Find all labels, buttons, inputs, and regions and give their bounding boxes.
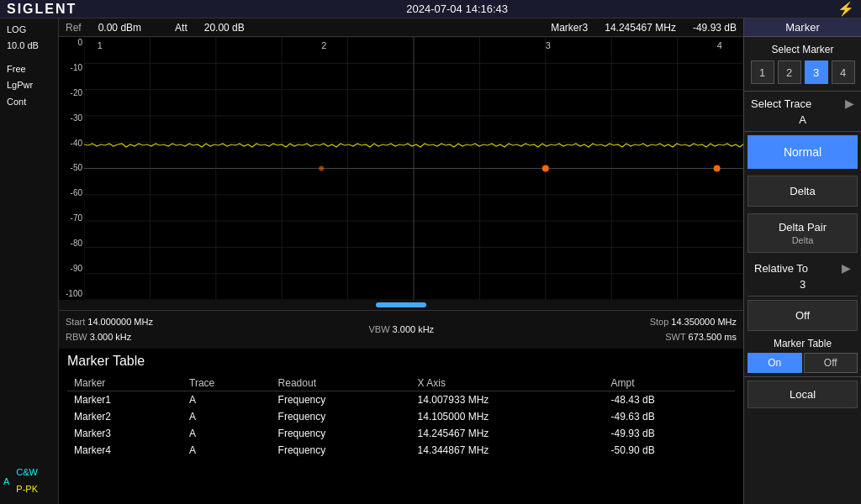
chart-grid: 1 2 3 4 xyxy=(84,37,743,300)
marker-col: Marker3 xyxy=(67,425,182,442)
normal-button[interactable]: Normal xyxy=(747,135,858,169)
right-panel: Marker Select Marker 1 2 3 4 Select Trac… xyxy=(743,18,861,504)
att-value: 20.00 dB xyxy=(204,22,245,34)
marker-table-toggle-label: Marker Table xyxy=(747,338,858,349)
trace-col: A xyxy=(182,442,272,459)
y-label-0: 0 xyxy=(61,39,82,47)
marker-table-title: Marker Table xyxy=(67,354,735,369)
mode-label: LOG xyxy=(3,22,55,38)
marker-table-toggle-row: On Off xyxy=(747,353,858,373)
y-axis: 0 -10 -20 -30 -40 -50 -60 -70 -80 -90 -1… xyxy=(59,37,84,300)
bottom-bar xyxy=(59,300,743,310)
scroll-indicator xyxy=(376,302,426,307)
marker3-freq: 14.245467 MHz xyxy=(605,22,676,34)
col-ampt: Ampt xyxy=(605,375,735,391)
readout-col: Frequency xyxy=(272,442,411,459)
readout-col: Frequency xyxy=(272,408,411,425)
marker-col: Marker1 xyxy=(67,391,182,409)
col-trace: Trace xyxy=(182,375,272,391)
select-trace-label: Select Trace ▶ xyxy=(747,95,858,112)
stop-label: Stop 14.350000 MHz xyxy=(650,316,737,328)
svg-text:3: 3 xyxy=(546,40,551,50)
xaxis-col: 14.007933 MHz xyxy=(411,391,605,409)
marker-table-off-button[interactable]: Off xyxy=(804,353,858,373)
table-row: Marker4 A Frequency 14.344867 MHz -50.90… xyxy=(67,442,735,459)
left-panel: LOG 10.0 dB Free LgPwr Cont A C&W P-PK xyxy=(0,18,59,504)
marker-table-on-button[interactable]: On xyxy=(747,353,802,373)
marker-btn-4[interactable]: 4 xyxy=(832,60,855,84)
col-xaxis: X Axis xyxy=(411,375,605,391)
logo: SIGLENT xyxy=(7,2,77,17)
table-row: Marker1 A Frequency 14.007933 MHz -48.43… xyxy=(67,391,735,409)
col-marker: Marker xyxy=(67,375,182,391)
marker-btn-3[interactable]: 3 xyxy=(805,60,828,84)
trace-col: A xyxy=(182,408,272,425)
y-label-90: -90 xyxy=(61,265,82,273)
relative-to-section: Relative To ▶ 3 xyxy=(747,256,858,297)
ampt-col: -48.43 dB xyxy=(605,391,735,409)
marker3-name: Marker3 xyxy=(551,22,588,34)
readout-col: Frequency xyxy=(272,425,411,442)
ref-value: 0.00 dBm xyxy=(98,22,141,34)
marker4-dot xyxy=(714,165,721,172)
chart-outer: 0 -10 -20 -30 -40 -50 -60 -70 -80 -90 -1… xyxy=(59,37,743,310)
start-label: Start 14.000000 MHz xyxy=(66,316,153,328)
y-label-70: -70 xyxy=(61,214,82,223)
svg-text:4: 4 xyxy=(717,40,722,50)
att-label: Att xyxy=(175,22,188,34)
channel-sub: P-PK xyxy=(13,481,41,497)
relative-to-label: Relative To ▶ xyxy=(751,260,854,276)
y-label-30: -30 xyxy=(61,114,82,123)
marker-btn-2[interactable]: 2 xyxy=(778,60,801,84)
marker-buttons: 1 2 3 4 xyxy=(744,57,861,87)
marker3-dot xyxy=(542,165,549,172)
spectrum-svg: 1 2 3 4 xyxy=(84,37,743,300)
y-label-80: -80 xyxy=(61,239,82,248)
power-label: LgPwr xyxy=(3,77,55,93)
ampt-col: -49.63 dB xyxy=(605,408,735,425)
table-row: Marker3 A Frequency 14.245467 MHz -49.93… xyxy=(67,425,735,442)
trace-col: A xyxy=(182,425,272,442)
marker-table-area: Marker Table Marker Trace Readout X Axis… xyxy=(59,349,743,504)
y-label-50: -50 xyxy=(61,164,82,172)
y-label-10: -10 xyxy=(61,64,82,72)
delta-pair-label: Delta Pair xyxy=(752,221,853,234)
svg-text:2: 2 xyxy=(321,40,326,50)
readout-col: Frequency xyxy=(272,391,411,409)
local-button[interactable]: Local xyxy=(747,381,858,408)
center-area: Ref 0.00 dBm Att 20.00 dB Marker3 14.245… xyxy=(59,18,743,504)
channel-mode: C&W xyxy=(13,465,41,480)
off-button[interactable]: Off xyxy=(747,300,858,331)
channel-label: A xyxy=(3,476,9,486)
select-marker-label: Select Marker xyxy=(744,40,861,57)
marker-btn-1[interactable]: 1 xyxy=(751,60,774,84)
select-trace-section: Select Trace ▶ A xyxy=(744,92,861,132)
rbw-label: RBW 3.000 kHz xyxy=(66,331,153,344)
y-label-100: -100 xyxy=(61,290,82,298)
datetime: 2024-07-04 14:16:43 xyxy=(406,3,508,15)
usb-icon: ⚡ xyxy=(837,1,854,17)
marker-col: Marker2 xyxy=(67,408,182,425)
marker-col: Marker4 xyxy=(67,442,182,459)
y-label-60: -60 xyxy=(61,189,82,197)
xaxis-col: 14.105000 MHz xyxy=(411,408,605,425)
delta-button[interactable]: Delta xyxy=(747,176,858,207)
ref-label: Ref xyxy=(66,22,82,34)
freq-bar: Start 14.000000 MHz RBW 3.000 kHz VBW 3.… xyxy=(59,310,743,349)
swt-label: SWT 673.500 ms xyxy=(650,331,737,344)
xaxis-col: 14.245467 MHz xyxy=(411,425,605,442)
marker-data-table: Marker Trace Readout X Axis Ampt Marker1… xyxy=(67,375,735,459)
select-trace-value: A xyxy=(747,112,858,128)
y-label-40: -40 xyxy=(61,139,82,148)
delta-pair-button[interactable]: Delta Pair Delta xyxy=(747,213,858,253)
table-row: Marker2 A Frequency 14.105000 MHz -49.63… xyxy=(67,408,735,425)
vbw-label: VBW 3.000 kHz xyxy=(368,323,434,336)
right-panel-title: Marker xyxy=(744,18,861,37)
info-bar: Ref 0.00 dBm Att 20.00 dB Marker3 14.245… xyxy=(59,18,743,37)
marker-table-toggle-section: Marker Table On Off xyxy=(744,334,861,377)
sweep-label: Cont xyxy=(3,94,55,110)
svg-text:1: 1 xyxy=(98,40,103,50)
relative-to-value: 3 xyxy=(751,276,854,292)
y-label-20: -20 xyxy=(61,89,82,97)
col-readout: Readout xyxy=(272,375,411,391)
